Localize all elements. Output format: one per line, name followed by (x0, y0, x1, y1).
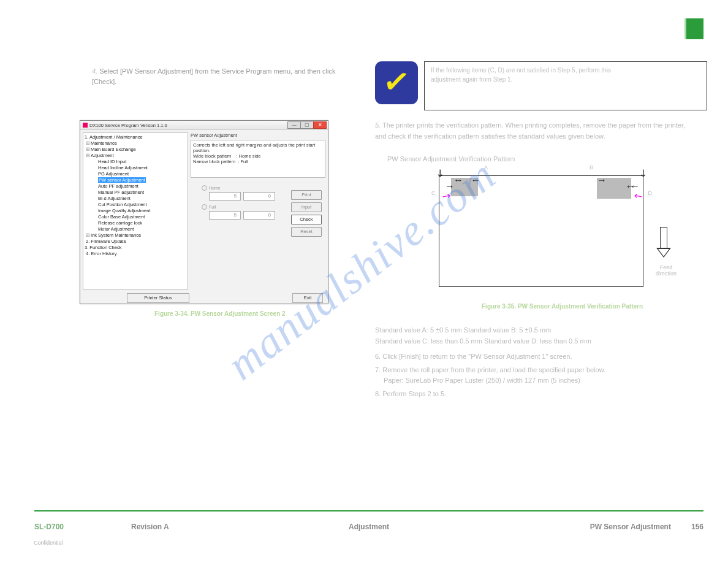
tree-maintenance[interactable]: Maintenance (91, 140, 117, 146)
full-radio[interactable] (202, 204, 207, 210)
feed-direction-arrow (657, 227, 670, 258)
printer-status-button[interactable]: Printer Status (127, 293, 189, 303)
tree-adjustment[interactable]: Adjustment (91, 153, 114, 158)
service-program-window: DX100 Service Program Version 1.1.0 — ▢ … (80, 120, 328, 304)
standard-c-d: Standard value C: less than 0.5 mm Stand… (375, 336, 700, 347)
home-value-1[interactable]: 5 (209, 192, 241, 201)
step-8-label: 8. (375, 390, 381, 397)
label-feed: Feed direction (651, 265, 681, 277)
label-a: A (484, 164, 488, 170)
tree-function-check[interactable]: 3. Function Check (85, 245, 121, 250)
verification-pattern-diagram: ↘ ↘ → ↔ → ↗ → → ← ↗ A B C D Feed directi… (436, 173, 646, 288)
footer-title: PW Sensor Adjustment (590, 523, 671, 531)
step-6-label: 6. (375, 353, 381, 360)
step-4-line1: Select [PW Sensor Adjustment] from the S… (99, 67, 335, 75)
home-radio[interactable] (202, 185, 207, 191)
step-7-label: 7. (375, 366, 381, 373)
tree-item[interactable]: Manual PF adjustment (98, 190, 186, 196)
standards-and-steps: Standard value A: 5 ±0.5 mm Standard val… (375, 325, 700, 400)
label-b: B (590, 164, 593, 170)
checkpoint-text-box: If the following items (C, D) are not sa… (424, 61, 707, 110)
arrow-icon: → (471, 175, 480, 185)
arrow-icon: ↔ (453, 175, 463, 185)
page-footer: SL-D700 Revision A Adjustment PW Sensor … (34, 510, 703, 531)
step-4-line2: [Check]. (92, 78, 116, 85)
tree-item[interactable]: BI-d Adjustment (98, 196, 186, 202)
tree-item[interactable]: Release carriage lock (98, 220, 186, 226)
label-d: D (648, 190, 653, 196)
figure-caption-2: Figure 3-35. PW Sensor Adjustment Verifi… (482, 303, 643, 310)
step-5-text: The printer prints the verification patt… (375, 121, 685, 140)
tree-item[interactable]: Auto PF adjustment (98, 183, 186, 190)
step-5-block: 5. The printer prints the verification p… (375, 120, 694, 165)
minimize-button[interactable]: — (287, 121, 301, 129)
input-button[interactable]: Input (291, 202, 322, 212)
maximize-button[interactable]: ▢ (300, 121, 314, 129)
full-label: Full (209, 205, 216, 209)
tree-item[interactable]: Cut Position Adjustment (98, 202, 186, 208)
reset-button[interactable]: Reset (291, 227, 322, 237)
print-button[interactable]: Print (291, 190, 322, 200)
window-title: DX100 Service Program Version 1.1.0 (89, 123, 167, 128)
tree-firmware[interactable]: 2. Firmware Update (86, 239, 186, 245)
close-button[interactable]: ✕ (313, 121, 327, 129)
standard-a-b: Standard value A: 5 ±0.5 mm Standard val… (375, 325, 700, 336)
header-accent-bar (684, 18, 703, 39)
tree-item[interactable]: Head ID Input (98, 159, 186, 165)
step-5-label: 5. (375, 121, 381, 129)
step-7-text: Remove the roll paper from the printer, … (382, 366, 605, 373)
footer-revision: Revision A (131, 523, 169, 531)
check-icon: ✓ (381, 64, 412, 99)
arrow-icon: → (597, 175, 607, 185)
paper-spec: Paper: SureLab Pro Paper Luster (250) / … (384, 375, 700, 386)
home-label: Home (209, 186, 221, 190)
navigation-tree[interactable]: ⊟1. Adjustment / Maintenance ⊞Maintenanc… (83, 132, 188, 289)
check-badge: ✓ (375, 61, 418, 104)
full-value-2[interactable]: 0 (243, 211, 275, 220)
tree-error-history[interactable]: 4. Error History (86, 251, 186, 257)
check-button[interactable]: Check (291, 215, 322, 224)
verification-heading: PW Sensor Adjustment Verification Patter… (387, 154, 694, 165)
full-value-1[interactable]: 5 (209, 211, 241, 220)
home-value-2[interactable]: 0 (243, 192, 275, 201)
tree-item[interactable]: PG Adjustment (98, 171, 186, 177)
step-8-text: Perform Steps 2 to 5. (382, 390, 446, 397)
app-icon (83, 123, 88, 128)
window-titlebar: DX100 Service Program Version 1.1.0 — ▢ … (80, 121, 328, 130)
label-c: C (431, 190, 436, 196)
description-box: Corrects the left and right margins and … (191, 140, 325, 178)
tree-item[interactable]: Motor Adjustment (98, 226, 186, 232)
step-4-text: 4. Select [PW Sensor Adjustment] from th… (92, 66, 335, 86)
tree-item[interactable]: Head Incline Adjustment (98, 165, 186, 171)
section-title: PW sensor Adjustment (191, 132, 325, 138)
tree-item[interactable]: Color Base Adjustment (98, 214, 186, 220)
step-4-label: 4. (92, 67, 97, 75)
footer-page: 156 (691, 523, 703, 531)
tree-item[interactable]: Image Quality Adjustment (98, 208, 186, 214)
figure-caption-1: Figure 3-34. PW Sensor Adjustment Screen… (154, 310, 286, 317)
confidential-text: Confidential (34, 540, 63, 546)
step-6-text: Click [Finish] to return to the "PW Sens… (382, 353, 572, 360)
tree-ink-system[interactable]: Ink System Maintenance (91, 232, 141, 238)
tree-root[interactable]: 1. Adjustment / Maintenance (85, 134, 143, 140)
tree-main-board[interactable]: Main Board Exchange (91, 147, 136, 152)
footer-model: SL-D700 (34, 523, 64, 531)
tree-item-selected[interactable]: PW sensor Adjustment (98, 177, 146, 183)
exit-button[interactable]: Exit (292, 293, 323, 303)
footer-section: Adjustment (349, 523, 389, 531)
